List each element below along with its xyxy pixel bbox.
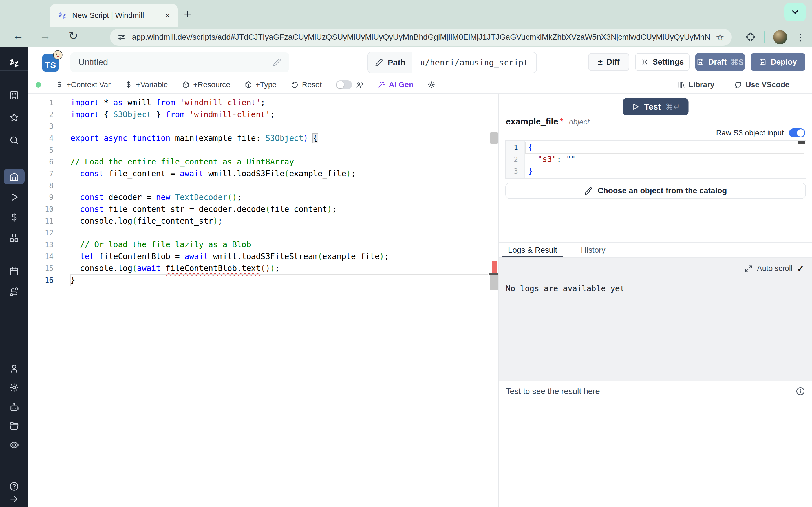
url-text[interactable]: app.windmill.dev/scripts/add#JTdCJTIyaGF… <box>132 33 710 42</box>
sidebar-item-search[interactable] <box>0 132 28 148</box>
vscode-label: Use VScode <box>746 80 790 89</box>
code-line-5[interactable]: 5 <box>28 144 499 156</box>
auto-scroll-label: Auto scroll <box>757 264 793 273</box>
script-title-input[interactable]: Untitled <box>70 52 289 72</box>
line-number: 6 <box>28 156 70 168</box>
json-line-1[interactable]: 1{ <box>506 142 806 154</box>
sidebar-item-eye[interactable] <box>0 437 28 453</box>
chevron-button[interactable] <box>784 3 806 21</box>
code-line-4[interactable]: 4export async function main(example_file… <box>28 132 499 144</box>
reset-button[interactable]: Reset <box>291 80 322 89</box>
bookmark-star-icon[interactable]: ☆ <box>716 32 724 43</box>
line-number: 15 <box>28 263 70 274</box>
sidebar-item-robot[interactable] <box>0 400 28 415</box>
path-button[interactable]: Path u/henri/amusing_script <box>367 52 537 73</box>
sidebar-item-star[interactable] <box>0 110 28 125</box>
script-title-text: Untitled <box>79 57 108 67</box>
add-context-var-button[interactable]: +Context Var <box>55 80 110 89</box>
test-button[interactable]: Test ⌘↵ <box>623 98 689 115</box>
save-icon <box>696 58 704 66</box>
code-line-2[interactable]: 2import { S3Object } from 'windmill-clie… <box>28 109 499 121</box>
no-logs-message: No logs are available yet <box>506 284 624 293</box>
context-var-label: +Context Var <box>66 80 110 89</box>
back-button[interactable]: ← <box>10 29 26 42</box>
windmill-favicon <box>57 11 67 20</box>
tab-history[interactable]: History <box>578 243 608 258</box>
github-icon <box>734 81 742 89</box>
new-tab-button[interactable]: + <box>184 6 192 21</box>
line-number: 3 <box>28 121 70 132</box>
json-line-3[interactable]: 3} <box>506 165 806 177</box>
draft-button[interactable]: Draft ⌘S <box>695 53 745 71</box>
code-line-12[interactable]: 12 <box>28 227 499 239</box>
code-line-16[interactable]: 16} <box>28 274 499 286</box>
library-button[interactable]: Library <box>677 80 714 89</box>
add-variable-button[interactable]: +Variable <box>124 80 168 89</box>
robot-icon <box>9 402 19 413</box>
sidebar-item-home[interactable] <box>0 169 28 184</box>
cubes-icon <box>9 233 19 243</box>
sidebar-item-gear[interactable] <box>0 380 28 395</box>
path-value[interactable]: u/henri/amusing_script <box>412 52 536 73</box>
raw-s3-toggle-row: Raw S3 object input <box>716 128 805 137</box>
choose-object-button[interactable]: Choose an object from the catalog <box>505 182 806 199</box>
sidebar-item-folder[interactable] <box>0 418 28 434</box>
close-tab-icon[interactable]: × <box>165 11 170 20</box>
code-line-11[interactable]: 11 console.log(file_content_str); <box>28 215 499 227</box>
diff-label: Diff <box>606 57 620 66</box>
tab-logs-result[interactable]: Logs & Result <box>505 243 560 258</box>
add-type-button[interactable]: +Type <box>245 80 276 89</box>
test-shortcut: ⌘↵ <box>665 102 680 112</box>
tune-icon[interactable] <box>117 33 126 41</box>
use-vscode-button[interactable]: Use VScode <box>734 80 790 89</box>
code-line-3[interactable]: 3 <box>28 121 499 132</box>
settings-button[interactable]: Settings <box>635 53 690 71</box>
profile-avatar[interactable] <box>773 30 787 44</box>
code-line-6[interactable]: 6// Load the entire file_content as a Ui… <box>28 156 499 168</box>
sidebar-item-person[interactable] <box>0 360 28 376</box>
browser-tab[interactable]: New Script | Windmill × <box>50 4 177 27</box>
check-icon[interactable]: ✓ <box>797 264 804 274</box>
sidebar-item-windmill-logo[interactable] <box>0 55 28 71</box>
browser-menu-icon[interactable]: ⋮ <box>796 32 805 43</box>
library-label: Library <box>689 80 714 89</box>
ai-gen-button[interactable]: AI Gen <box>377 80 413 89</box>
reset-icon <box>291 81 299 89</box>
sidebar-item-building[interactable] <box>0 87 28 103</box>
raw-s3-toggle[interactable] <box>789 128 805 137</box>
code-editor[interactable]: 1import * as wmill from 'windmill-client… <box>28 94 499 507</box>
line-number: 7 <box>28 168 70 180</box>
sidebar-item-dollar[interactable] <box>0 210 28 225</box>
code-line-9[interactable]: 9 const decoder = new TextDecoder(); <box>28 191 499 203</box>
json-input-editor[interactable]: 1{2 "s3": ""3} <box>505 140 806 179</box>
code-line-7[interactable]: 7 const file_content = await wmill.loadS… <box>28 168 499 180</box>
sidebar-item-arrow-right[interactable] <box>0 491 28 507</box>
editor-settings-button[interactable] <box>427 81 435 89</box>
sidebar-item-calendar[interactable] <box>0 263 28 279</box>
auto-scroll-control[interactable]: Auto scroll ✓ <box>745 264 804 274</box>
multiplayer-toggle[interactable] <box>336 80 363 89</box>
expand-icon[interactable] <box>745 265 753 273</box>
sidebar-item-flow[interactable] <box>0 284 28 300</box>
forward-button[interactable]: → <box>37 29 53 42</box>
path-label: Path <box>388 58 405 67</box>
add-resource-button[interactable]: +Resource <box>182 80 230 89</box>
code-line-10[interactable]: 10 const file_content_str = decoder.deco… <box>28 203 499 215</box>
sidebar-item-play[interactable] <box>0 189 28 205</box>
pencil-icon[interactable] <box>273 58 281 66</box>
deploy-button[interactable]: Deploy <box>751 53 805 71</box>
code-line-8[interactable]: 8 <box>28 180 499 191</box>
raw-s3-label: Raw S3 object input <box>716 129 784 137</box>
code-line-15[interactable]: 15 console.log(await fileContentBlob.tex… <box>28 263 499 274</box>
json-line-2[interactable]: 2 "s3": "" <box>506 154 806 165</box>
code-line-1[interactable]: 1import * as wmill from 'windmill-client… <box>28 97 499 109</box>
browser-urlbar: ← → ↻ app.windmill.dev/scripts/add#JTdCJ… <box>0 27 812 47</box>
code-line-13[interactable]: 13 // Or load the file lazily as a Blob <box>28 239 499 251</box>
reload-button[interactable]: ↻ <box>65 29 81 42</box>
diff-button[interactable]: ± Diff <box>588 53 629 71</box>
sidebar-item-cubes[interactable] <box>0 230 28 246</box>
code-line-14[interactable]: 14 let fileContentBlob = await wmill.loa… <box>28 251 499 263</box>
address-bar[interactable]: app.windmill.dev/scripts/add#JTdCJTIyaGF… <box>110 29 732 46</box>
extensions-puzzle-icon[interactable] <box>746 33 755 42</box>
info-icon[interactable] <box>796 386 805 396</box>
